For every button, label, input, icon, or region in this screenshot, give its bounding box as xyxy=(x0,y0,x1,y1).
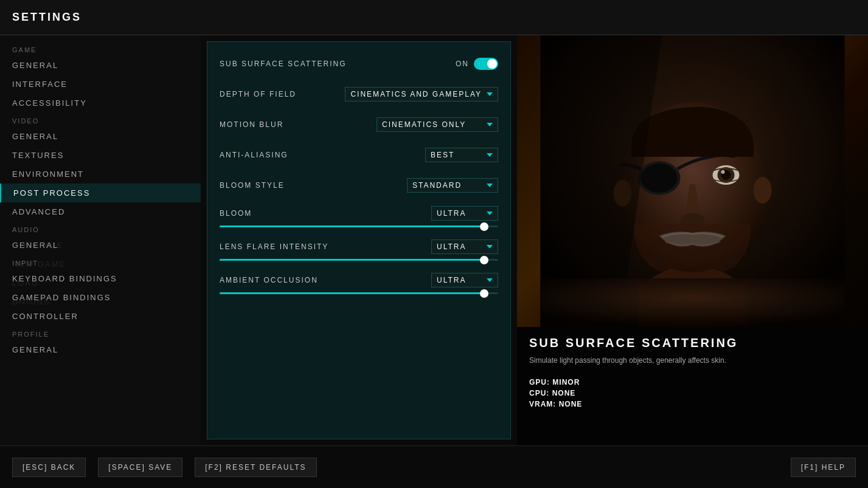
dropdown-lens-flare[interactable]: ULTRA xyxy=(431,239,498,254)
chevron-down-icon-motion-blur xyxy=(487,123,493,126)
sidebar-item-video-general[interactable]: GENERAL xyxy=(0,127,201,146)
setting-row-dof: DEPTH OF FIELD CINEMATICS AND GAMEPLAY xyxy=(220,84,498,104)
setting-label-ao: AMBIENT OCCLUSION xyxy=(220,276,431,284)
setting-label-bloom-style: BLOOM STYLE xyxy=(220,181,407,190)
slider-track-bloom[interactable] xyxy=(220,225,498,227)
chevron-down-icon-ao xyxy=(487,278,493,282)
vram-label: VRAM: xyxy=(529,400,556,408)
chevron-down-icon-lens-flare xyxy=(487,245,493,249)
setting-row-lens-flare: LENS FLARE INTENSITY ULTRA xyxy=(220,239,498,261)
header: SETTINGS xyxy=(0,0,868,35)
cpu-line: CPU: NONE xyxy=(529,389,856,397)
gpu-line: GPU: MINOR xyxy=(529,378,856,387)
dropdown-dof[interactable]: CINEMATICS AND GAMEPLAY xyxy=(345,87,498,101)
bg-menu-new-game: NEW GAME xyxy=(0,255,201,273)
sidebar-item-profile-general[interactable]: GENERAL xyxy=(0,340,201,359)
toggle-label-sss: ON xyxy=(456,60,469,68)
sidebar-item-video-textures[interactable]: TEXTURES xyxy=(0,146,201,165)
toggle-sss[interactable]: ON xyxy=(456,58,498,70)
dropdown-value-aa: BEST xyxy=(431,151,482,159)
help-button[interactable]: [F1] HELP xyxy=(791,458,856,477)
sidebar-section-audio: AUDIO xyxy=(0,221,201,236)
setting-row-sss: SUB SURFACE SCATTERING ON xyxy=(220,54,498,74)
sidebar-item-video-post-process[interactable]: POST PROCESS xyxy=(0,184,201,202)
setting-label-motion-blur: MOTION BLUR xyxy=(220,120,377,129)
setting-label-lens-flare: LENS FLARE INTENSITY xyxy=(220,242,431,251)
gpu-value: MINOR xyxy=(552,378,580,387)
sidebar-item-game-interface[interactable]: INTERFACE xyxy=(0,75,201,94)
toggle-thumb-sss xyxy=(487,59,497,69)
sidebar-item-game-general[interactable]: GENERAL xyxy=(0,56,201,75)
cpu-value: NONE xyxy=(552,389,576,397)
vram-line: VRAM: NONE xyxy=(529,400,856,408)
setting-row-ao: AMBIENT OCCLUSION ULTRA xyxy=(220,273,498,294)
bg-menu-continue: CONTINUE xyxy=(0,236,201,255)
setting-row-bloom: BLOOM ULTRA xyxy=(220,206,498,227)
dropdown-value-lens-flare: ULTRA xyxy=(437,242,482,251)
dropdown-value-ao: ULTRA xyxy=(437,276,482,284)
dropdown-value-dof: CINEMATICS AND GAMEPLAY xyxy=(350,90,482,98)
gpu-label: GPU: xyxy=(529,378,550,387)
chevron-down-icon-aa xyxy=(487,153,493,157)
bloom-header: BLOOM ULTRA xyxy=(220,206,498,221)
dropdown-value-motion-blur: CINEMATICS ONLY xyxy=(382,120,482,129)
footer-right: [F1] HELP xyxy=(791,458,856,477)
setting-label-sss: SUB SURFACE SCATTERING xyxy=(220,60,456,68)
dropdown-value-bloom-style: STANDARD xyxy=(412,181,482,190)
sidebar-section-game: GAME xyxy=(0,41,201,56)
slider-fill-bloom xyxy=(220,225,484,227)
chevron-down-icon-bloom-style xyxy=(487,184,493,187)
toggle-track-sss[interactable] xyxy=(474,58,498,70)
save-button[interactable]: [SPACE] SAVE xyxy=(98,458,182,477)
dropdown-ao[interactable]: ULTRA xyxy=(431,273,498,287)
svg-rect-14 xyxy=(541,278,845,327)
setting-row-motion-blur: MOTION BLUR CINEMATICS ONLY xyxy=(220,115,498,134)
lens-flare-header: LENS FLARE INTENSITY ULTRA xyxy=(220,239,498,254)
slider-thumb-ao[interactable] xyxy=(480,289,488,298)
chevron-down-icon-dof xyxy=(487,92,493,96)
ao-header: AMBIENT OCCLUSION ULTRA xyxy=(220,273,498,287)
bg-menu-unions: UNIONS xyxy=(0,292,201,311)
reset-defaults-button[interactable]: [F2] RESET DEFAULTS xyxy=(195,458,316,477)
dropdown-value-bloom: ULTRA xyxy=(437,209,482,218)
setting-row-bloom-style: BLOOM STYLE STANDARD xyxy=(220,176,498,195)
dropdown-bloom-style[interactable]: STANDARD xyxy=(407,178,498,193)
setting-label-bloom: BLOOM xyxy=(220,209,431,218)
bg-menu-load: LOAD xyxy=(0,273,201,292)
cpu-label: CPU: xyxy=(529,389,549,397)
sidebar-section-profile: PROFILE xyxy=(0,326,201,340)
info-panel: SUB SURFACE SCATTERING Simulate light pa… xyxy=(517,327,868,445)
sidebar-item-video-environment[interactable]: ENVIRONMENT xyxy=(0,165,201,184)
slider-fill-lens-flare xyxy=(220,259,484,261)
bg-menu: CONTINUE NEW GAME LOAD UNIONS xyxy=(0,236,201,311)
settings-panel: SUB SURFACE SCATTERING ON DEPTH OF FIELD… xyxy=(207,41,511,439)
page-title: SETTINGS xyxy=(12,11,82,24)
setting-row-aa: ANTI-ALIASING BEST xyxy=(220,145,498,165)
slider-thumb-bloom[interactable] xyxy=(480,222,488,231)
slider-track-lens-flare[interactable] xyxy=(220,259,498,261)
sidebar-item-video-advanced[interactable]: ADVANCED xyxy=(0,202,201,221)
right-panel: SUB SURFACE SCATTERING Simulate light pa… xyxy=(517,35,868,445)
footer: [ESC] BACK [SPACE] SAVE [F2] RESET DEFAU… xyxy=(0,445,868,488)
info-title: SUB SURFACE SCATTERING xyxy=(529,336,856,350)
slider-fill-ao xyxy=(220,292,484,294)
slider-thumb-lens-flare[interactable] xyxy=(480,256,488,264)
gpu-info: GPU: MINOR CPU: NONE VRAM: NONE xyxy=(529,378,856,408)
chevron-down-icon-bloom xyxy=(487,211,493,215)
main-layout: GAME GENERAL INTERFACE ACCESSIBILITY VID… xyxy=(0,35,868,445)
slider-track-ao[interactable] xyxy=(220,292,498,294)
sidebar: GAME GENERAL INTERFACE ACCESSIBILITY VID… xyxy=(0,35,201,445)
sidebar-section-video: VIDEO xyxy=(0,112,201,127)
dropdown-motion-blur[interactable]: CINEMATICS ONLY xyxy=(377,117,498,132)
dropdown-aa[interactable]: BEST xyxy=(425,148,498,162)
character-portrait xyxy=(517,35,868,327)
info-description: Simulate light passing through objects, … xyxy=(529,355,856,366)
sidebar-item-game-accessibility[interactable]: ACCESSIBILITY xyxy=(0,94,201,112)
character-svg xyxy=(517,35,868,327)
setting-label-aa: ANTI-ALIASING xyxy=(220,151,425,159)
dropdown-bloom[interactable]: ULTRA xyxy=(431,206,498,221)
setting-label-dof: DEPTH OF FIELD xyxy=(220,90,345,98)
vram-value: NONE xyxy=(559,400,583,408)
back-button[interactable]: [ESC] BACK xyxy=(12,458,86,477)
